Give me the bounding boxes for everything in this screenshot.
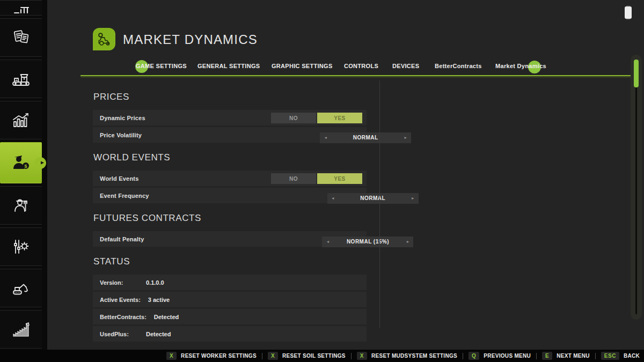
status-value: 3 active <box>148 297 170 303</box>
sidebar-item-construction[interactable] <box>0 269 42 307</box>
section-world-events: WORLD EVENTSWorld Events NOYES Event Fre… <box>93 152 367 203</box>
toggle-dynamic-prices[interactable]: NOYES <box>271 113 362 123</box>
sidebar-item-market-dynamics[interactable]: $ <box>0 142 42 183</box>
setting-row: Default Penalty ◄ NORMAL (15%) ► <box>93 231 367 247</box>
selector-default-penalty[interactable]: ◄ NORMAL (15%) ► <box>322 237 413 247</box>
workers-icon <box>10 195 32 216</box>
status-label: Version: <box>100 279 138 286</box>
terrain-chart-icon <box>10 320 32 338</box>
setting-row: BetterContracts: Detected <box>93 309 367 324</box>
selector-value: NORMAL (15%) <box>322 239 413 245</box>
tab-general-settings[interactable]: GENERAL SETTINGS <box>197 63 260 69</box>
section-title: STATUS <box>93 256 367 267</box>
selector-event-frequency[interactable]: ◄ NORMAL ► <box>327 193 419 204</box>
selector-price-volatility[interactable]: ◄ NORMAL ► <box>320 132 411 143</box>
section-title: WORLD EVENTS <box>93 152 367 163</box>
status-label: Active Events: <box>100 297 141 303</box>
tab-bettercontracts[interactable]: BetterContracts <box>435 63 482 69</box>
setting-label: Default Penalty <box>100 236 144 242</box>
section-title: PRICES <box>93 92 367 102</box>
setting-row: UsedPlus: Detected <box>93 326 367 342</box>
status-value: Detected <box>154 314 179 320</box>
toggle-option-yes[interactable]: YES <box>317 113 362 123</box>
statistics-icon <box>10 109 32 131</box>
tab-devices[interactable]: DEVICES <box>392 63 419 69</box>
tab-market-dynamics[interactable]: Market Dynamics <box>495 63 546 69</box>
sidebar-item-statistics[interactable] <box>0 101 42 139</box>
setting-label: Price Volatility <box>100 132 142 138</box>
scrollbar-track[interactable] <box>635 60 637 314</box>
keybind-label: RESET MUDSYSTEM SETTINGS <box>371 353 457 359</box>
sidebar-item-mod-settings[interactable] <box>0 227 42 266</box>
tab-graphic-settings[interactable]: GRAPHIC SETTINGS <box>272 63 333 69</box>
keybind-label: PREVIOUS MENU <box>484 353 531 359</box>
keybind-label: RESET WORKER SETTINGS <box>181 353 257 359</box>
keybind-separator <box>351 353 352 359</box>
excavator-icon <box>10 277 32 299</box>
keybind-label: NEXT MENU <box>557 353 590 359</box>
keybind-reset-worker-settings[interactable]: X RESET WORKER SETTINGS <box>166 352 257 360</box>
market-dynamics-icon: $ <box>10 153 32 173</box>
game-settings-screen: $ MARKET DYNAMICS GAME SETTINGSGENERAL S… <box>0 0 644 362</box>
keybind-bar: X RESET WORKER SETTINGSX RESET SOIL SETT… <box>0 350 644 362</box>
key-badge: X <box>166 352 177 360</box>
keybind-separator <box>463 353 463 359</box>
status-label: BetterContracts: <box>100 314 147 320</box>
toggle-world-events[interactable]: NOYES <box>271 173 362 184</box>
setting-label: Event Frequency <box>100 193 149 199</box>
keybind-previous-menu[interactable]: Q PREVIOUS MENU <box>469 352 531 360</box>
section-title: FUTURES CONTRACTS <box>93 213 367 224</box>
setting-row: Version: 0.1.0.0 <box>93 275 367 290</box>
keybind-reset-mudsystem-settings[interactable]: X RESET MUDSYSTEM SETTINGS <box>357 352 457 360</box>
settings-panel: PRICESDynamic Prices NOYES Price Volatil… <box>93 87 367 343</box>
section-status: STATUSVersion: 0.1.0.0Active Events: 3 a… <box>93 256 367 342</box>
key-badge: X <box>268 352 278 360</box>
setting-label: World Events <box>100 175 139 182</box>
toggle-option-yes[interactable]: YES <box>317 173 362 184</box>
tab-game-settings[interactable]: GAME SETTINGS <box>136 63 187 69</box>
keybind-separator <box>595 353 596 359</box>
toggle-option-no[interactable]: NO <box>271 113 316 123</box>
keybind-back[interactable]: ESC BACK <box>601 352 640 360</box>
key-badge: ESC <box>601 352 619 360</box>
section-futures-contracts: FUTURES CONTRACTSDefault Penalty ◄ NORMA… <box>93 213 367 247</box>
setting-label: Dynamic Prices <box>100 115 145 121</box>
setting-row: Active Events: 3 active <box>93 292 367 307</box>
svg-text:$: $ <box>24 163 27 168</box>
column-divider <box>379 80 380 328</box>
keybind-label: RESET SOIL SETTINGS <box>282 353 346 359</box>
tab-bar: GAME SETTINGSGENERAL SETTINGSGRAPHIC SET… <box>0 0 644 78</box>
keybind-label: BACK <box>624 353 640 359</box>
setting-row: Event Frequency ◄ NORMAL ► <box>93 188 367 203</box>
keybind-separator <box>536 353 537 359</box>
selector-value: NORMAL <box>320 135 411 141</box>
sidebar-item-terrain[interactable] <box>0 310 42 349</box>
keybind-reset-soil-settings[interactable]: X RESET SOIL SETTINGS <box>268 352 346 360</box>
keybind-separator <box>262 353 262 359</box>
toggle-option-no[interactable]: NO <box>271 173 316 184</box>
setting-row: Price Volatility ◄ NORMAL ► <box>93 127 367 143</box>
key-badge: Q <box>469 352 479 360</box>
keybind-next-menu[interactable]: E NEXT MENU <box>542 352 590 360</box>
setting-row: Dynamic Prices NOYES <box>93 110 367 125</box>
sliders-gear-icon <box>10 236 32 257</box>
tab-underline <box>80 75 639 76</box>
active-pointer-icon <box>41 161 44 165</box>
scrollbar[interactable] <box>631 55 642 320</box>
selector-value: NORMAL <box>327 195 419 201</box>
key-badge: E <box>542 352 552 360</box>
section-prices: PRICESDynamic Prices NOYES Price Volatil… <box>93 92 367 143</box>
status-value: 0.1.0.0 <box>146 279 164 286</box>
key-badge: X <box>357 352 367 360</box>
sidebar-item-workers[interactable] <box>0 186 42 225</box>
setting-row: World Events NOYES <box>93 171 367 186</box>
status-value: Detected <box>146 331 171 337</box>
scrollbar-thumb[interactable] <box>634 60 639 87</box>
tab-controls[interactable]: CONTROLS <box>344 63 378 69</box>
status-label: UsedPlus: <box>100 331 138 337</box>
